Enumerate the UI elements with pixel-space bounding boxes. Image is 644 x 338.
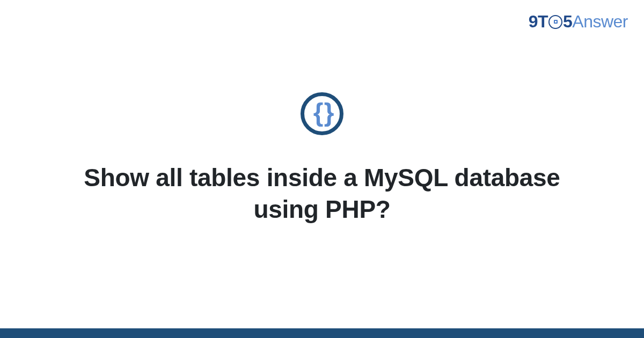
logo-text-answer: Answer [572, 12, 628, 32]
code-braces-icon: { } [313, 100, 331, 126]
footer-bar [0, 328, 644, 338]
page-container: 9T 5 Answer { } Show all tables inside a… [0, 0, 644, 338]
logo-text-5: 5 [563, 12, 572, 32]
category-badge: { } [301, 92, 343, 135]
page-title: Show all tables inside a MySQL database … [80, 162, 564, 225]
site-logo: 9T 5 Answer [529, 12, 628, 32]
logo-text-9t: 9T [529, 12, 548, 32]
logo-circle-inner-icon [554, 20, 558, 24]
main-content: { } Show all tables inside a MySQL datab… [0, 0, 644, 338]
logo-circle-icon [548, 15, 562, 29]
